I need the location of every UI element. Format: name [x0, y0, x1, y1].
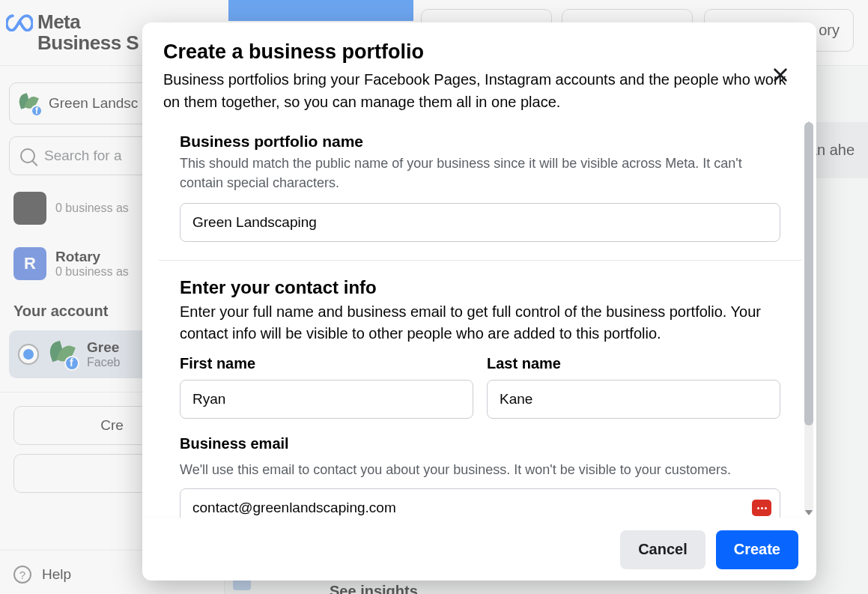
modal-scroll-area: Business portfolio name This should matc…	[142, 119, 801, 518]
last-name-label: Last name	[487, 355, 780, 372]
first-name-input[interactable]	[180, 380, 473, 419]
create-portfolio-modal: Create a business portfolio Business por…	[142, 22, 816, 581]
contact-heading: Enter your contact info	[180, 277, 780, 298]
first-name-label: First name	[180, 355, 473, 372]
password-manager-icon[interactable]	[752, 500, 771, 516]
email-label: Business email	[180, 435, 780, 452]
scroll-down-arrow-icon[interactable]	[805, 510, 813, 518]
modal-body: Business portfolio name This should matc…	[142, 119, 816, 518]
create-button[interactable]: Create	[716, 530, 798, 569]
portfolio-name-label: Business portfolio name	[180, 133, 780, 151]
scrollbar[interactable]	[803, 119, 815, 518]
portfolio-name-input[interactable]	[180, 203, 780, 242]
email-input[interactable]	[180, 488, 780, 518]
close-icon	[772, 67, 789, 83]
cancel-button[interactable]: Cancel	[620, 530, 705, 569]
last-name-input[interactable]	[487, 380, 780, 419]
contact-help: Enter your full name and business email …	[180, 301, 780, 345]
modal-subtitle: Business portfolios bring your Facebook …	[163, 68, 795, 113]
modal-footer: Cancel Create	[142, 518, 816, 581]
portfolio-name-help: This should match the public name of you…	[180, 154, 780, 193]
divider	[159, 260, 801, 261]
modal-title: Create a business portfolio	[163, 40, 795, 64]
scrollbar-thumb[interactable]	[804, 122, 813, 425]
close-button[interactable]	[767, 61, 794, 88]
modal-header: Create a business portfolio Business por…	[142, 22, 816, 119]
email-help: We'll use this email to contact you abou…	[180, 460, 780, 479]
